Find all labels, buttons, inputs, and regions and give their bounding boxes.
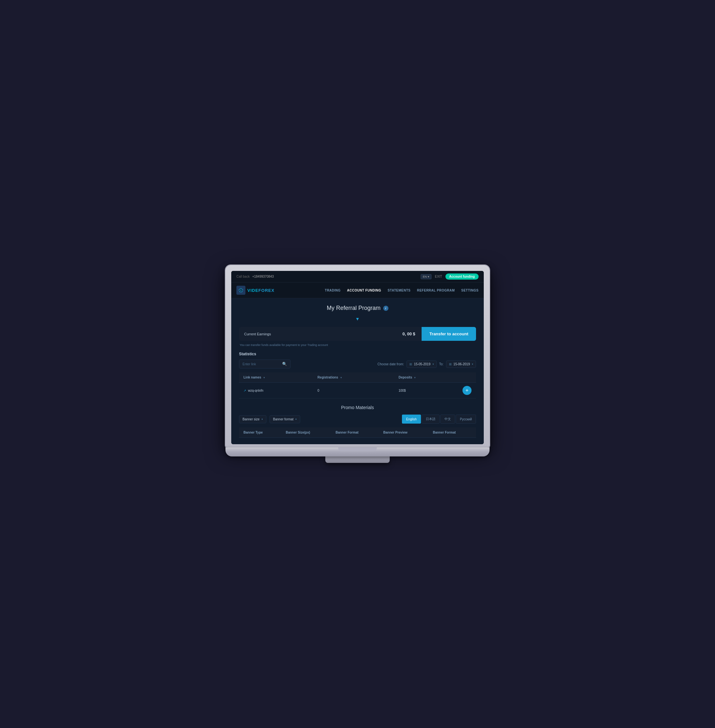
info-icon[interactable]: i: [383, 306, 388, 311]
lang-value: EN: [423, 275, 427, 278]
table-header-row: Link names ▾ Registrations ▾ Deposits: [239, 372, 476, 383]
date-to-arrow-icon: ▾: [472, 363, 473, 366]
cell-add: +: [458, 383, 476, 399]
top-bar-right: EN ▾ EXIT Account funding: [421, 273, 478, 279]
transfer-to-account-button[interactable]: Transfer to account: [422, 327, 476, 341]
language-tabs: English 日本語 中文 Русский: [402, 415, 476, 424]
nav-account-funding[interactable]: ACCOUNT FUNDING: [347, 288, 381, 292]
link-external-icon: ↗: [243, 389, 246, 392]
date-from-arrow-icon: ▾: [433, 363, 434, 366]
nav-referral-program[interactable]: REFERRAL PROGRAM: [417, 288, 455, 292]
earnings-row: Current Earnings 0, 00 $ Transfer to acc…: [239, 327, 476, 341]
laptop-notch: [338, 447, 377, 451]
page-title: My Referral Program i: [327, 305, 388, 311]
banner-format-dropdown[interactable]: Banner format ▾: [270, 415, 300, 423]
stats-table: Link names ▾ Registrations ▾ Deposits: [239, 372, 476, 399]
date-from-label: Choose date from:: [377, 362, 404, 366]
transfer-note: You can transfer funds available for pay…: [239, 343, 476, 347]
date-from-picker[interactable]: ⊞ 15-05-2019 ▾: [406, 361, 436, 368]
banner-header-row: Banner Type Banner Size(px) Banner Forma…: [239, 427, 476, 438]
cell-registrations: 0: [313, 383, 394, 399]
promo-controls: Banner size ▾ Banner format ▾ English 日本…: [239, 415, 476, 424]
nav-statements[interactable]: STATEMENTS: [388, 288, 410, 292]
account-funding-button[interactable]: Account funding: [445, 273, 478, 279]
nav-bar: VIDEFOREX TRADING ACCOUNT FUNDING STATEM…: [231, 282, 484, 298]
link-search-input[interactable]: [243, 362, 280, 366]
earnings-label: Current Earnings: [239, 328, 396, 340]
laptop-screen: Call back +18499370843 EN ▾ EXIT Account…: [225, 265, 490, 447]
lang-tab-japanese[interactable]: 日本語: [422, 415, 440, 424]
col-banner-size: Banner Size(px): [281, 427, 331, 438]
col-banner-format2: Banner Format: [428, 427, 476, 438]
logo: VIDEFOREX: [237, 286, 275, 295]
top-bar-left: Call back +18499370843: [237, 275, 274, 278]
sort-deposits-icon[interactable]: ▾: [414, 376, 415, 379]
top-bar: Call back +18499370843 EN ▾ EXIT Account…: [231, 271, 484, 282]
statistics-section-title: Statistics: [239, 352, 476, 356]
search-icon[interactable]: 🔍: [282, 362, 287, 366]
laptop-base: [225, 447, 490, 456]
chevron-down-icon: ▼: [355, 316, 360, 322]
nav-trading[interactable]: TRADING: [325, 288, 341, 292]
laptop-stand: [325, 456, 390, 463]
exit-button[interactable]: EXIT: [435, 275, 442, 278]
laptop-wrapper: Call back +18499370843 EN ▾ EXIT Account…: [225, 265, 490, 463]
date-to-picker[interactable]: ⊞ 15-06-2019 ▾: [446, 361, 476, 368]
promo-title: Promo Materials: [239, 405, 476, 410]
col-banner-type: Banner Type: [239, 427, 281, 438]
date-to-label: To:: [439, 362, 443, 366]
col-actions: [458, 372, 476, 383]
banner-format-arrow-icon: ▾: [295, 418, 297, 421]
table-wrapper: Link names ▾ Registrations ▾ Deposits: [239, 372, 476, 399]
sort-registrations-icon[interactable]: ▾: [341, 376, 342, 379]
app-container: Call back +18499370843 EN ▾ EXIT Account…: [231, 271, 484, 444]
banner-table: Banner Type Banner Size(px) Banner Forma…: [239, 427, 476, 438]
logo-text: VIDEFOREX: [247, 288, 275, 293]
date-from-value: 15-05-2019: [414, 362, 430, 366]
chevron-row: ▼: [239, 316, 476, 322]
link-cell: ↗ wzq-qnlxfn: [243, 389, 309, 392]
calendar-to-icon: ⊞: [449, 362, 451, 366]
earnings-amount: 0, 00 $: [396, 331, 422, 336]
col-banner-preview: Banner Preview: [379, 427, 428, 438]
banner-size-arrow-icon: ▾: [261, 418, 263, 421]
stats-controls: 🔍 Choose date from: ⊞ 15-05-2019 ▾ To:: [239, 359, 476, 369]
table-row: ↗ wzq-qnlxfn 0 100$ +: [239, 383, 476, 399]
lang-tab-english[interactable]: English: [402, 415, 421, 424]
calendar-from-icon: ⊞: [409, 362, 412, 366]
lang-arrow-icon: ▾: [428, 275, 429, 278]
nav-settings[interactable]: SETTINGS: [461, 288, 478, 292]
screen-content: Call back +18499370843 EN ▾ EXIT Account…: [231, 271, 484, 444]
link-search-box: 🔍: [239, 359, 291, 369]
lang-tab-russian[interactable]: Русский: [456, 415, 476, 424]
sort-link-names-icon[interactable]: ▾: [264, 376, 265, 379]
col-link-names: Link names ▾: [239, 372, 313, 383]
date-to-value: 15-06-2019: [454, 362, 470, 366]
date-controls: Choose date from: ⊞ 15-05-2019 ▾ To: ⊞ 1…: [377, 361, 476, 368]
col-registrations: Registrations ▾: [313, 372, 394, 383]
main-content: My Referral Program i ▼ Current Earnings…: [231, 298, 484, 444]
phone-number: +18499370843: [252, 275, 274, 278]
lang-tab-chinese[interactable]: 中文: [440, 415, 455, 424]
language-selector[interactable]: EN ▾: [421, 274, 432, 279]
col-banner-format: Banner Format: [331, 427, 379, 438]
cell-deposits: 100$: [394, 383, 458, 399]
page-title-row: My Referral Program i: [239, 305, 476, 311]
col-deposits: Deposits ▾: [394, 372, 458, 383]
logo-icon: [237, 286, 246, 295]
add-link-button[interactable]: +: [463, 386, 472, 395]
nav-links: TRADING ACCOUNT FUNDING STATEMENTS REFER…: [287, 288, 478, 292]
callback-label: Call back: [237, 275, 250, 278]
cell-link: ↗ wzq-qnlxfn: [239, 383, 313, 399]
banner-size-dropdown[interactable]: Banner size ▾: [239, 415, 266, 423]
